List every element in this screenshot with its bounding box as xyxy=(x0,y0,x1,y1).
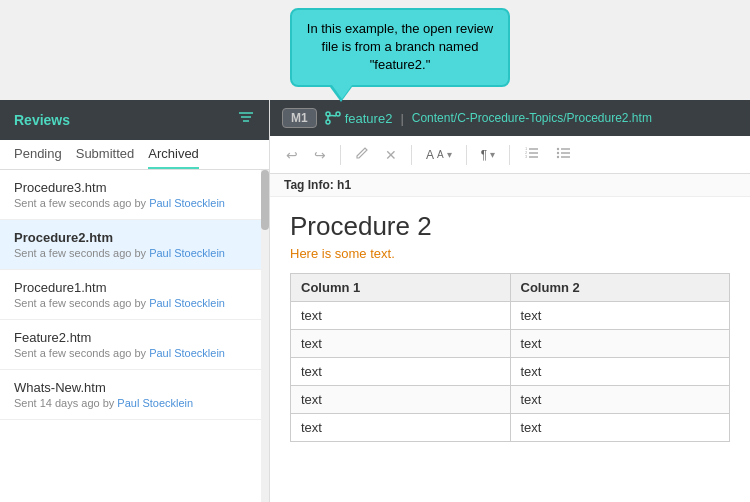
svg-point-5 xyxy=(326,120,330,124)
svg-text:3: 3 xyxy=(525,154,528,159)
tab-pending[interactable]: Pending xyxy=(14,146,62,169)
item-title: Feature2.htm xyxy=(14,330,255,345)
tab-archived[interactable]: Archived xyxy=(148,146,199,169)
table-row: texttext xyxy=(291,386,730,414)
file-path: Content/C-Procedure-Topics/Procedure2.ht… xyxy=(412,111,652,125)
item-meta: Sent a few seconds ago by Paul Stoecklei… xyxy=(14,347,255,359)
toolbar-separator xyxy=(509,145,510,165)
content-table: Column 1 Column 2 texttexttexttexttextte… xyxy=(290,273,730,442)
item-meta: Sent a few seconds ago by Paul Stoecklei… xyxy=(14,247,255,259)
table-row: texttext xyxy=(291,302,730,330)
items-list: Procedure3.htm Sent a few seconds ago by… xyxy=(0,170,269,502)
table-cell: text xyxy=(291,302,511,330)
table-row: texttext xyxy=(291,330,730,358)
table-cell: text xyxy=(291,414,511,442)
left-panel: Reviews Pending Submitted Archived Proce… xyxy=(0,100,270,502)
font-size-label: A xyxy=(426,148,434,162)
right-topbar: M1 feature2 | Content/C-Procedure-Topics… xyxy=(270,100,750,136)
scrollbar-thumb[interactable] xyxy=(261,170,269,230)
author-link[interactable]: Paul Stoecklein xyxy=(117,397,193,409)
svg-point-4 xyxy=(336,112,340,116)
filter-icon[interactable] xyxy=(237,110,255,130)
table-cell: text xyxy=(510,330,730,358)
branch-separator: | xyxy=(400,111,403,126)
author-link[interactable]: Paul Stoecklein xyxy=(149,197,225,209)
font-size-chevron: ▾ xyxy=(447,149,452,160)
table-cell: text xyxy=(291,358,511,386)
item-title: Procedure2.htm xyxy=(14,230,255,245)
undo-button[interactable]: ↩ xyxy=(280,143,304,167)
author-link[interactable]: Paul Stoecklein xyxy=(149,247,225,259)
tag-info-bar: Tag Info: h1 xyxy=(270,174,750,197)
tabs-row: Pending Submitted Archived xyxy=(0,140,269,170)
table-cell: text xyxy=(510,302,730,330)
table-row: texttext xyxy=(291,358,730,386)
ordered-list-button[interactable]: 1 2 3 xyxy=(518,142,546,167)
svg-point-17 xyxy=(557,156,559,158)
table-cell: text xyxy=(291,330,511,358)
list-item[interactable]: Procedure2.htm Sent a few seconds ago by… xyxy=(0,220,269,270)
table-cell: text xyxy=(510,386,730,414)
edit-button[interactable] xyxy=(349,142,375,167)
left-header: Reviews xyxy=(0,100,269,140)
content-area: Procedure 2 Here is some text. Column 1 … xyxy=(270,197,750,502)
unordered-list-button[interactable] xyxy=(550,142,578,167)
close-button[interactable]: ✕ xyxy=(379,143,403,167)
reviews-title: Reviews xyxy=(14,112,70,128)
item-title: Whats-New.htm xyxy=(14,380,255,395)
toolbar: ↩ ↪ ✕ AA ▾ ¶ ▾ xyxy=(270,136,750,174)
item-meta: Sent a few seconds ago by Paul Stoecklei… xyxy=(14,297,255,309)
tab-submitted[interactable]: Submitted xyxy=(76,146,135,169)
list-item[interactable]: Procedure3.htm Sent a few seconds ago by… xyxy=(0,170,269,220)
svg-point-16 xyxy=(557,152,559,154)
list-item[interactable]: Procedure1.htm Sent a few seconds ago by… xyxy=(0,270,269,320)
font-size-control[interactable]: AA ▾ xyxy=(420,144,458,166)
list-item[interactable]: Feature2.htm Sent a few seconds ago by P… xyxy=(0,320,269,370)
item-title: Procedure1.htm xyxy=(14,280,255,295)
list-item[interactable]: Whats-New.htm Sent 14 days ago by Paul S… xyxy=(0,370,269,420)
table-row: texttext xyxy=(291,414,730,442)
redo-button[interactable]: ↪ xyxy=(308,143,332,167)
table-cell: text xyxy=(510,358,730,386)
tag-info-value: h1 xyxy=(337,178,351,192)
tooltip-text: In this example, the open review file is… xyxy=(307,21,493,72)
author-link[interactable]: Paul Stoecklein xyxy=(149,347,225,359)
paragraph-icon: ¶ xyxy=(481,148,487,162)
table-header-col2: Column 2 xyxy=(510,274,730,302)
content-subtitle: Here is some text. xyxy=(290,246,730,261)
scrollbar-track xyxy=(261,170,269,502)
main-layout: Reviews Pending Submitted Archived Proce… xyxy=(0,100,750,502)
toolbar-separator xyxy=(340,145,341,165)
tooltip-box: In this example, the open review file is… xyxy=(290,8,510,87)
right-panel: M1 feature2 | Content/C-Procedure-Topics… xyxy=(270,100,750,502)
tooltip: In this example, the open review file is… xyxy=(290,8,510,87)
branch-name: feature2 xyxy=(325,111,393,126)
branch-badge: M1 xyxy=(282,108,317,128)
tag-info-label: Tag Info: xyxy=(284,178,334,192)
font-size-label-small: A xyxy=(437,149,444,160)
item-meta: Sent a few seconds ago by Paul Stoecklei… xyxy=(14,197,255,209)
content-title: Procedure 2 xyxy=(290,211,730,242)
branch-name-text: feature2 xyxy=(345,111,393,126)
table-header-col1: Column 1 xyxy=(291,274,511,302)
svg-point-15 xyxy=(557,148,559,150)
paragraph-control[interactable]: ¶ ▾ xyxy=(475,144,501,166)
author-link[interactable]: Paul Stoecklein xyxy=(149,297,225,309)
table-cell: text xyxy=(291,386,511,414)
toolbar-separator xyxy=(466,145,467,165)
toolbar-separator xyxy=(411,145,412,165)
paragraph-chevron: ▾ xyxy=(490,149,495,160)
item-title: Procedure3.htm xyxy=(14,180,255,195)
item-meta: Sent 14 days ago by Paul Stoecklein xyxy=(14,397,255,409)
table-cell: text xyxy=(510,414,730,442)
